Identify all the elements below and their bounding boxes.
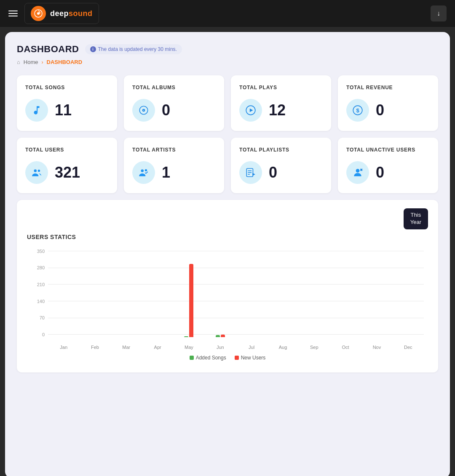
- legend-added-songs-label: Added Songs: [196, 355, 226, 361]
- stat-label-total-albums: TOTAL ALBUMS: [132, 85, 216, 90]
- stat-value-total-songs: 11: [55, 101, 72, 119]
- stat-value-total-revenue: 0: [376, 101, 384, 119]
- svg-point-10: [38, 170, 40, 172]
- bar-group-jun: [205, 335, 236, 337]
- info-icon: i: [90, 46, 96, 52]
- y-label: 70: [31, 315, 48, 320]
- info-badge-text: The data is updated every 30 mins.: [98, 46, 177, 52]
- svg-point-18: [356, 169, 360, 173]
- bars-container: [48, 249, 424, 337]
- stat-card-total-revenue: TOTAL REVENUE $ 0: [338, 75, 438, 131]
- x-label-dec: Dec: [393, 345, 424, 350]
- page-header: DASHBOARD i The data is updated every 30…: [17, 44, 438, 55]
- stat-card-total-albums: TOTAL ALBUMS 0: [124, 75, 224, 131]
- stat-content-total-plays: 12: [239, 99, 323, 122]
- legend-added-songs: Added Songs: [190, 355, 226, 361]
- stat-value-total-plays: 12: [269, 101, 286, 119]
- stat-content-total-users: 321: [25, 161, 109, 184]
- y-label: 350: [31, 249, 48, 254]
- stat-icon-total-unactive: [346, 161, 369, 184]
- svg-point-12: [145, 169, 147, 171]
- stat-content-total-artists: 1: [132, 161, 216, 184]
- stat-card-total-plays: TOTAL PLAYS 12: [231, 75, 331, 131]
- svg-marker-6: [250, 109, 253, 112]
- chart-title: USERS STATICS: [27, 234, 428, 240]
- legend-new-users-label: New Users: [241, 355, 266, 361]
- stat-icon-total-revenue: $: [346, 99, 369, 122]
- y-label: 280: [31, 265, 48, 270]
- x-label-jun: Jun: [205, 345, 236, 350]
- stat-label-total-users: TOTAL USERS: [25, 147, 109, 153]
- bar-added-songs-may: [184, 336, 188, 337]
- x-label-apr: Apr: [142, 345, 173, 350]
- x-label-mar: Mar: [111, 345, 142, 350]
- stat-value-total-albums: 0: [162, 101, 170, 119]
- y-label: 140: [31, 299, 48, 304]
- stat-value-total-unactive: 0: [376, 164, 384, 181]
- legend-dot-red: [235, 356, 239, 360]
- main-content: DASHBOARD i The data is updated every 30…: [5, 32, 450, 476]
- bar-new-users-may: [189, 264, 193, 337]
- hamburger-menu[interactable]: [8, 11, 18, 16]
- info-badge: i The data is updated every 30 mins.: [85, 44, 182, 54]
- home-icon: ⌂: [17, 59, 20, 65]
- stat-card-total-playlists: TOTAL PLAYLISTS 0: [231, 138, 331, 193]
- stat-label-total-revenue: TOTAL REVENUE: [346, 85, 430, 90]
- stat-label-total-artists: TOTAL ARTISTS: [132, 147, 216, 153]
- svg-point-9: [34, 169, 37, 172]
- stat-icon-total-plays: [239, 99, 262, 122]
- stat-card-total-unactive: TOTAL UNACTIVE USERS 0: [338, 138, 438, 193]
- y-label: 210: [31, 282, 48, 287]
- stat-card-total-users: TOTAL USERS 321: [17, 138, 117, 193]
- stats-row-2: TOTAL USERS 321 TOTAL ARTISTS 1 TOTAL PL…: [17, 138, 438, 193]
- svg-text:$: $: [356, 107, 359, 114]
- stat-content-total-songs: 11: [25, 99, 109, 122]
- svg-point-11: [141, 169, 144, 172]
- stat-content-total-playlists: 0: [239, 161, 323, 184]
- svg-marker-17: [252, 173, 255, 176]
- stat-icon-total-playlists: [239, 161, 262, 184]
- stat-icon-total-artists: [132, 161, 155, 184]
- breadcrumb-current: DASHBOARD: [47, 59, 83, 65]
- x-label-jan: Jan: [48, 345, 79, 350]
- stat-content-total-unactive: 0: [346, 161, 430, 184]
- chart-container: ThisYear USERS STATICS 350 280 210 140 7…: [17, 200, 438, 372]
- chart-area: 350 280 210 140 70 0 JanFebMarAprMayJunJ…: [31, 249, 424, 350]
- stat-card-total-artists: TOTAL ARTISTS 1: [124, 138, 224, 193]
- stat-label-total-playlists: TOTAL PLAYLISTS: [239, 147, 323, 153]
- stat-icon-total-albums: [132, 99, 155, 122]
- legend-dot-green: [190, 356, 194, 360]
- logo-text: deepsound: [50, 9, 93, 18]
- chart-legend: Added Songs New Users: [27, 355, 428, 361]
- breadcrumb-separator: ›: [42, 59, 43, 65]
- year-filter-button[interactable]: ThisYear: [404, 208, 428, 229]
- stat-content-total-revenue: $ 0: [346, 99, 430, 122]
- stat-label-total-songs: TOTAL SONGS: [25, 85, 109, 90]
- x-label-nov: Nov: [361, 345, 392, 350]
- stat-icon-total-users: [25, 161, 48, 184]
- stat-value-total-playlists: 0: [269, 164, 277, 181]
- stats-row-1: TOTAL SONGS 11 TOTAL ALBUMS 0 TOTAL PLAY…: [17, 75, 438, 131]
- x-label-jul: Jul: [236, 345, 267, 350]
- x-label-aug: Aug: [267, 345, 298, 350]
- legend-new-users: New Users: [235, 355, 266, 361]
- stat-card-total-songs: TOTAL SONGS 11: [17, 75, 117, 131]
- breadcrumb: ⌂ Home › DASHBOARD: [17, 59, 438, 65]
- download-button[interactable]: ↓: [431, 5, 447, 21]
- stat-label-total-unactive: TOTAL UNACTIVE USERS: [346, 147, 430, 153]
- breadcrumb-home[interactable]: Home: [24, 59, 38, 65]
- y-label: 0: [31, 332, 48, 337]
- x-label-oct: Oct: [330, 345, 361, 350]
- bar-added-songs-jun: [216, 335, 220, 337]
- x-label-may: May: [173, 345, 204, 350]
- stat-label-total-plays: TOTAL PLAYS: [239, 85, 323, 90]
- stat-content-total-albums: 0: [132, 99, 216, 122]
- svg-point-1: [37, 12, 40, 15]
- x-labels: JanFebMarAprMayJunJulAugSepOctNovDec: [48, 345, 424, 350]
- logo-icon: [31, 6, 46, 21]
- page-title: DASHBOARD: [17, 44, 79, 55]
- bar-group-may: [173, 264, 204, 337]
- app-header: deepsound ↓: [0, 0, 455, 27]
- logo: deepsound: [24, 3, 99, 24]
- stat-value-total-users: 321: [55, 164, 80, 181]
